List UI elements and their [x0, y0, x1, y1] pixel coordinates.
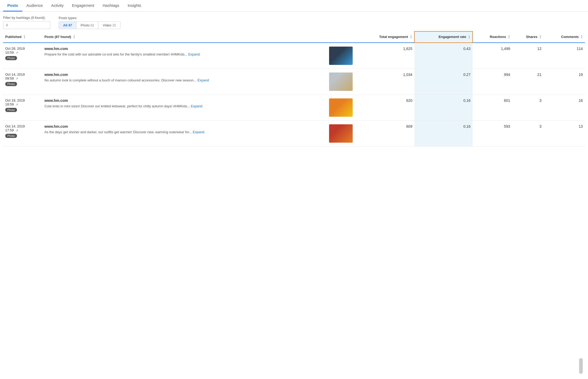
- post-thumbnail: [329, 73, 353, 91]
- col-header-engagement-rate[interactable]: Engagement rate ▲▼: [414, 31, 473, 43]
- cell-total-engagement-1: 1,034: [355, 69, 414, 94]
- expand-link[interactable]: Expand: [188, 52, 200, 56]
- post-content-cell: www.hm.com Prepare for the cold with our…: [45, 47, 353, 65]
- cell-shares-2: 3: [512, 94, 543, 120]
- cell-reactions-2: 601: [473, 94, 512, 120]
- post-description: No autumn look is complete without a tou…: [45, 78, 326, 83]
- cell-shares-1: 21: [512, 69, 543, 94]
- post-type-badge: Photo: [5, 56, 17, 60]
- post-content-cell: www.hm.com As the days get shorter and d…: [45, 124, 353, 143]
- post-description: Cute knits in mini sizes! Discover our k…: [45, 104, 326, 109]
- post-type-badge: Photo: [5, 134, 17, 138]
- post-url: www.hm.com: [45, 73, 326, 77]
- tab-insights[interactable]: Insights: [123, 0, 145, 12]
- col-header-posts[interactable]: Posts (87 found) ▲▼: [42, 31, 355, 43]
- posts-table-container: Published ▲▼ Posts (87 found) ▲▼ Total e…: [0, 31, 588, 147]
- tab-posts[interactable]: Posts: [3, 0, 22, 12]
- cell-engagement-rate-0: 0.43: [414, 43, 473, 69]
- cell-published-3: Oct 14, 201917:59 ↗ Photo: [3, 120, 42, 146]
- tab-activity[interactable]: Activity: [47, 0, 68, 12]
- external-link-icon[interactable]: ↗: [16, 77, 18, 80]
- post-url: www.hm.com: [45, 98, 326, 103]
- post-date: Oct 19, 201918:59 ↗: [5, 98, 40, 106]
- external-link-icon[interactable]: ↗: [16, 103, 18, 106]
- cell-total-engagement-2: 620: [355, 94, 414, 120]
- table-row: Oct 14, 201909:59 ↗ Photo www.hm.com No …: [3, 69, 585, 94]
- cell-engagement-rate-2: 0.16: [414, 94, 473, 120]
- post-description: Prepare for the cold with our adorable c…: [45, 52, 326, 57]
- cell-published-2: Oct 19, 201918:59 ↗ Photo: [3, 94, 42, 120]
- expand-link[interactable]: Expand: [197, 78, 209, 82]
- cell-total-engagement-0: 1,625: [355, 43, 414, 69]
- external-link-icon[interactable]: ↗: [16, 51, 18, 54]
- post-thumbnail: [329, 47, 353, 65]
- post-url: www.hm.com: [45, 47, 326, 51]
- cell-shares-0: 12: [512, 43, 543, 69]
- cell-shares-3: 3: [512, 120, 543, 146]
- post-type-badge: Photo: [5, 108, 17, 112]
- expand-link[interactable]: Expand: [191, 104, 202, 108]
- table-row: Oct 14, 201917:59 ↗ Photo www.hm.com As …: [3, 120, 585, 146]
- post-types-label: Posts types:: [59, 16, 120, 20]
- external-link-icon[interactable]: ↗: [16, 129, 18, 132]
- col-header-shares[interactable]: Shares ▲▼: [512, 31, 543, 43]
- hashtag-filter-group: Filter by hashtags (9 found): #: [3, 16, 50, 29]
- cell-reactions-1: 994: [473, 69, 512, 94]
- cell-total-engagement-3: 609: [355, 120, 414, 146]
- cell-post-content-1: www.hm.com No autumn look is complete wi…: [42, 69, 355, 94]
- col-header-total-engagement[interactable]: Total engagement ▲▼: [355, 31, 414, 43]
- post-types-group: Posts types: All87 Photo62 Video25: [59, 16, 120, 29]
- post-content-cell: www.hm.com No autumn look is complete wi…: [45, 73, 353, 91]
- cell-reactions-3: 593: [473, 120, 512, 146]
- col-header-reactions[interactable]: Reactions ▲▼: [473, 31, 512, 43]
- post-thumbnail: [329, 98, 353, 117]
- table-header-row: Published ▲▼ Posts (87 found) ▲▼ Total e…: [3, 31, 585, 43]
- hashtag-symbol: #: [6, 23, 8, 27]
- post-content-cell: www.hm.com Cute knits in mini sizes! Dis…: [45, 98, 353, 117]
- col-header-published[interactable]: Published ▲▼: [3, 31, 42, 43]
- cell-engagement-rate-1: 0.27: [414, 69, 473, 94]
- tab-audience[interactable]: Audience: [22, 0, 47, 12]
- cell-post-content-0: www.hm.com Prepare for the cold with our…: [42, 43, 355, 69]
- post-text-block: www.hm.com Prepare for the cold with our…: [45, 47, 326, 57]
- expand-link[interactable]: Expand: [193, 130, 204, 134]
- cell-reactions-0: 1,499: [473, 43, 512, 69]
- col-header-comments[interactable]: Comments ▲▼: [543, 31, 585, 43]
- cell-comments-2: 16: [543, 94, 585, 120]
- tab-hashtags[interactable]: Hashtags: [98, 0, 123, 12]
- cell-comments-1: 19: [543, 69, 585, 94]
- table-row: Oct 28, 201910:59 ↗ Photo www.hm.com Pre…: [3, 43, 585, 69]
- post-date: Oct 14, 201909:59 ↗: [5, 73, 40, 80]
- post-date: Oct 14, 201917:59 ↗: [5, 124, 40, 132]
- post-text-block: www.hm.com No autumn look is complete wi…: [45, 73, 326, 83]
- hashtag-input[interactable]: [9, 23, 47, 27]
- post-type-video-button[interactable]: Video25: [98, 22, 120, 29]
- cell-published-1: Oct 14, 201909:59 ↗ Photo: [3, 69, 42, 94]
- cell-post-content-2: www.hm.com Cute knits in mini sizes! Dis…: [42, 94, 355, 120]
- filter-area: Filter by hashtags (9 found): # Posts ty…: [0, 12, 588, 31]
- hashtag-input-wrapper[interactable]: #: [3, 21, 50, 29]
- post-thumbnail: [329, 124, 353, 143]
- nav-tabs: Posts Audience Activity Engagement Hasht…: [0, 0, 588, 12]
- cell-post-content-3: www.hm.com As the days get shorter and d…: [42, 120, 355, 146]
- posts-table: Published ▲▼ Posts (87 found) ▲▼ Total e…: [3, 31, 585, 147]
- cell-published-0: Oct 28, 201910:59 ↗ Photo: [3, 43, 42, 69]
- post-description: As the days get shorter and darker, our …: [45, 130, 326, 135]
- post-date: Oct 28, 201910:59 ↗: [5, 47, 40, 54]
- cell-comments-0: 114: [543, 43, 585, 69]
- cell-engagement-rate-3: 0.16: [414, 120, 473, 146]
- post-type-buttons: All87 Photo62 Video25: [59, 21, 120, 29]
- table-row: Oct 19, 201918:59 ↗ Photo www.hm.com Cut…: [3, 94, 585, 120]
- post-type-all-button[interactable]: All87: [59, 22, 76, 29]
- post-text-block: www.hm.com Cute knits in mini sizes! Dis…: [45, 98, 326, 109]
- hashtag-filter-label: Filter by hashtags (9 found):: [3, 16, 50, 20]
- tab-engagement[interactable]: Engagement: [68, 0, 98, 12]
- post-type-badge: Photo: [5, 82, 17, 86]
- post-url: www.hm.com: [45, 124, 326, 129]
- post-type-photo-button[interactable]: Photo62: [76, 22, 98, 29]
- post-text-block: www.hm.com As the days get shorter and d…: [45, 124, 326, 135]
- cell-comments-3: 13: [543, 120, 585, 146]
